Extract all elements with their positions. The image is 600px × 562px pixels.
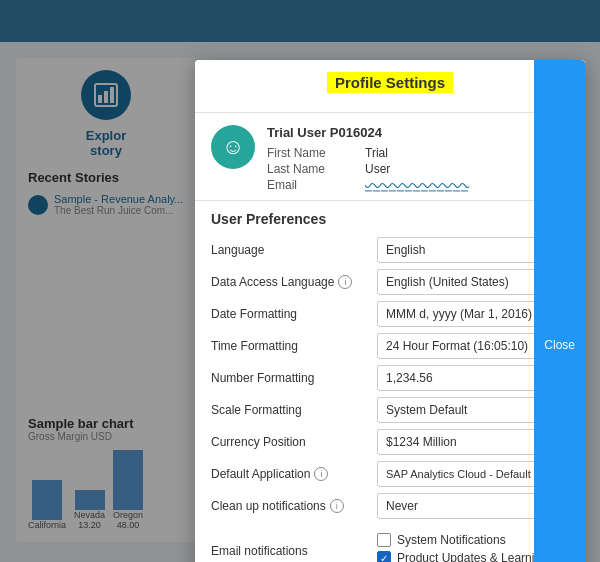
email-notifications-label: Email notifications [211, 544, 371, 558]
currency-position-label: Currency Position [211, 435, 371, 449]
system-notifications-checkbox[interactable] [377, 533, 391, 547]
email-label: Email [267, 178, 357, 192]
email-notifications-row: Email notifications System Notifications… [211, 533, 569, 562]
info-icon[interactable]: i [338, 275, 352, 289]
pref-row-language: Language English ▼ [211, 237, 569, 263]
default-application-label: Default Application i [211, 467, 371, 481]
pref-row-cleanup-notifications: Clean up notifications i Never ▼ [211, 493, 569, 519]
system-notifications-label: System Notifications [397, 533, 506, 547]
pref-row-currency-position: Currency Position $1234 Million ▼ [211, 429, 569, 455]
profile-settings-modal: Profile Settings ☺ Trial User P016024 Fi… [195, 60, 585, 562]
email-notifications-section: Email notifications System Notifications… [195, 533, 585, 562]
pref-row-date-formatting: Date Formatting MMM d, yyyy (Mar 1, 2016… [211, 301, 569, 327]
info-icon[interactable]: i [314, 467, 328, 481]
last-name-label: Last Name [267, 162, 357, 176]
time-formatting-label: Time Formatting [211, 339, 371, 353]
date-formatting-label: Date Formatting [211, 307, 371, 321]
user-icon: ☺ [222, 134, 244, 160]
user-id: Trial User P016024 [267, 125, 569, 140]
profile-fields: First Name Trial Last Name User Email ⎯⎯… [267, 146, 569, 192]
avatar: ☺ [211, 125, 255, 169]
pref-row-default-application: Default Application i SAP Analytics Clou… [211, 461, 569, 487]
product-updates-checkbox[interactable]: ✓ [377, 551, 391, 562]
data-access-language-label: Data Access Language i [211, 275, 371, 289]
product-updates-label: Product Updates & Learning [397, 551, 548, 562]
language-label: Language [211, 243, 371, 257]
pref-row-scale-formatting: Scale Formatting System Default ▼ [211, 397, 569, 423]
info-icon[interactable]: i [330, 499, 344, 513]
modal-header: Profile Settings [195, 60, 585, 113]
pref-row-time-formatting: Time Formatting 24 Hour Format (16:05:10… [211, 333, 569, 359]
number-formatting-label: Number Formatting [211, 371, 371, 385]
cleanup-notifications-label: Clean up notifications i [211, 499, 371, 513]
profile-info: Trial User P016024 First Name Trial Last… [267, 125, 569, 192]
scale-formatting-label: Scale Formatting [211, 403, 371, 417]
modal-title: Profile Settings [327, 72, 453, 93]
pref-row-number-formatting: Number Formatting 1,234.56 ▼ [211, 365, 569, 391]
close-button[interactable]: Close [534, 60, 585, 562]
pref-row-data-access-language: Data Access Language i English (United S… [211, 269, 569, 295]
first-name-label: First Name [267, 146, 357, 160]
profile-section: ☺ Trial User P016024 First Name Trial La… [195, 113, 585, 201]
preferences-section: User Preferences Language English ▼ Data… [195, 201, 585, 533]
preferences-title: User Preferences [211, 211, 569, 227]
